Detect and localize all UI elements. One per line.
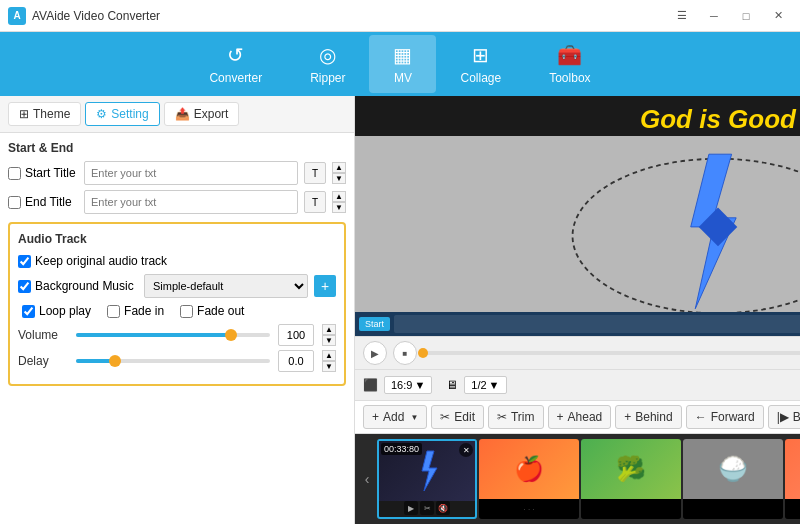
tab-theme[interactable]: ⊞ Theme [8, 102, 81, 126]
end-title-up[interactable]: ▲ [332, 191, 346, 202]
timeline-item-1[interactable]: 00:33:80 ✕ ▶ ✂ 🔇 [377, 439, 477, 519]
start-title-spinner: ▲ ▼ [332, 162, 346, 184]
volume-slider-track[interactable] [76, 333, 270, 337]
timeline-item-4[interactable]: 🍚 [683, 439, 783, 519]
end-title-checkbox[interactable] [8, 196, 21, 209]
nav-toolbox[interactable]: 🧰 Toolbox [525, 35, 614, 93]
app-icon: A [8, 7, 26, 25]
tab-export[interactable]: 📤 Export [164, 102, 240, 126]
audio-track-title: Audio Track [18, 232, 336, 246]
item-4-bar [683, 499, 783, 519]
timeline-item-2[interactable]: 🍎 · · · [479, 439, 579, 519]
page-select[interactable]: 1/2 ▼ [464, 376, 506, 394]
nav-ripper-label: Ripper [310, 71, 345, 85]
start-title-down[interactable]: ▼ [332, 173, 346, 184]
ahead-button[interactable]: + Ahead [548, 405, 612, 429]
mv-icon: ▦ [393, 43, 412, 67]
nav-collage[interactable]: ⊞ Collage [436, 35, 525, 93]
ripper-icon: ◎ [319, 43, 336, 67]
end-title-checkbox-label[interactable]: End Title [8, 195, 78, 209]
fade-out-label[interactable]: Fade out [180, 304, 244, 318]
keep-original-checkbox[interactable] [18, 255, 31, 268]
nav-mv[interactable]: ▦ MV [369, 35, 436, 93]
loop-play-label[interactable]: Loop play [22, 304, 91, 318]
thumb-3: 🥦 [581, 439, 681, 499]
cut-ctrl-1[interactable]: ✂ [420, 501, 434, 515]
end-title-input[interactable] [84, 190, 298, 214]
volume-slider-thumb[interactable] [225, 329, 237, 341]
add-button[interactable]: + Add ▼ [363, 405, 427, 429]
background-music-checkbox[interactable] [18, 280, 31, 293]
delay-up[interactable]: ▲ [322, 350, 336, 361]
background-music-select[interactable]: Simple-default [144, 274, 308, 298]
fade-out-checkbox[interactable] [180, 305, 193, 318]
nav-converter-label: Converter [209, 71, 262, 85]
nav-converter[interactable]: ↺ Converter [185, 35, 286, 93]
tab-setting[interactable]: ⚙ Setting [85, 102, 159, 126]
end-title-down[interactable]: ▼ [332, 202, 346, 213]
screen-icon: 🖥 [446, 378, 458, 392]
backward-icon: |▶ [777, 410, 789, 424]
start-title-up[interactable]: ▲ [332, 162, 346, 173]
close-button[interactable]: ✕ [764, 6, 792, 26]
delay-value-input[interactable] [278, 350, 314, 372]
progress-bar[interactable] [423, 351, 800, 355]
ratio-icon: ⬛ [363, 378, 378, 392]
end-title-t-button[interactable]: T [304, 191, 326, 213]
start-title-checkbox[interactable] [8, 167, 21, 180]
close-item-1[interactable]: ✕ [459, 443, 473, 457]
start-title-checkbox-label[interactable]: Start Title [8, 166, 78, 180]
trim-button[interactable]: ✂ Trim [488, 405, 544, 429]
volume-value-input[interactable] [278, 324, 314, 346]
volume-up[interactable]: ▲ [322, 324, 336, 335]
menu-button[interactable]: ☰ [668, 6, 696, 26]
delay-slider-track[interactable] [76, 359, 270, 363]
backward-button[interactable]: |▶ Backward [768, 405, 800, 429]
preview-taskbar-area [394, 315, 800, 333]
timeline-item-3[interactable]: 🥦 [581, 439, 681, 519]
timeline-prev[interactable]: ‹ [359, 438, 375, 520]
thumb-2: 🍎 [479, 439, 579, 499]
playback-bar: ▶ ■ 00:00:00.00/00:03:25.00 🔊 [355, 336, 800, 369]
volume-down[interactable]: ▼ [322, 335, 336, 346]
svg-point-0 [573, 159, 800, 314]
left-panel: ⊞ Theme ⚙ Setting 📤 Export Start & End S… [0, 96, 355, 524]
svg-marker-3 [422, 451, 437, 491]
timeline-item-5[interactable]: 🍝 [785, 439, 800, 519]
item-5-bar [785, 499, 800, 519]
preview-start-btn: Start [359, 317, 390, 331]
stop-button[interactable]: ■ [393, 341, 417, 365]
start-title-input[interactable] [84, 161, 298, 185]
play-button[interactable]: ▶ [363, 341, 387, 365]
fade-in-label[interactable]: Fade in [107, 304, 164, 318]
ahead-icon: + [557, 410, 564, 424]
fade-in-checkbox[interactable] [107, 305, 120, 318]
nav-mv-label: MV [394, 71, 412, 85]
minimize-button[interactable]: ─ [700, 6, 728, 26]
nav-ripper[interactable]: ◎ Ripper [286, 35, 369, 93]
mute-ctrl-1[interactable]: 🔇 [436, 501, 450, 515]
loop-play-checkbox[interactable] [22, 305, 35, 318]
top-navigation: ↺ Converter ◎ Ripper ▦ MV ⊞ Collage 🧰 To… [0, 32, 800, 96]
app-title: AVAide Video Converter [32, 9, 160, 23]
maximize-button[interactable]: □ [732, 6, 760, 26]
start-title-t-button[interactable]: T [304, 162, 326, 184]
forward-icon: ← [695, 410, 707, 424]
background-music-label[interactable]: Background Music [18, 279, 138, 293]
right-panel: God is Good Start 21:00 [355, 96, 800, 524]
delay-down[interactable]: ▼ [322, 361, 336, 372]
delay-slider-thumb[interactable] [109, 355, 121, 367]
behind-button[interactable]: + Behind [615, 405, 681, 429]
add-music-button[interactable]: + [314, 275, 336, 297]
forward-button[interactable]: ← Forward [686, 405, 764, 429]
volume-spinner: ▲ ▼ [322, 324, 336, 346]
play-ctrl-1[interactable]: ▶ [404, 501, 418, 515]
timeline-bottom-1: ▶ ✂ 🔇 [379, 501, 475, 515]
aspect-ratio-select[interactable]: 16:9 ▼ [384, 376, 432, 394]
keep-original-label[interactable]: Keep original audio track [18, 254, 167, 268]
progress-thumb[interactable] [418, 348, 428, 358]
delay-spinner: ▲ ▼ [322, 350, 336, 372]
preview-screen: Start 21:00 · · · · · · · · · · [355, 136, 800, 336]
background-music-row: Background Music Simple-default + [18, 274, 336, 298]
edit-button[interactable]: ✂ Edit [431, 405, 484, 429]
